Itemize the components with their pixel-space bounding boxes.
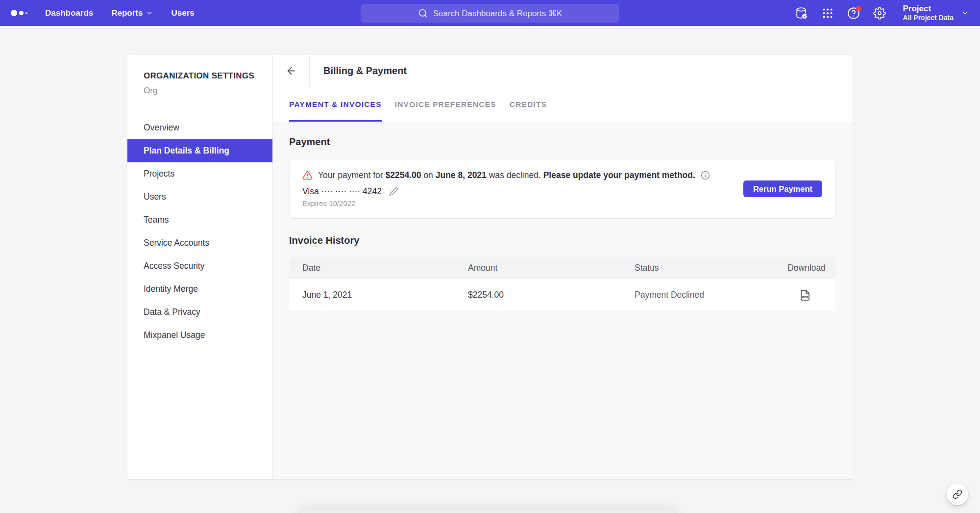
svg-text:PDF: PDF	[802, 295, 808, 299]
nav-reports[interactable]: Reports	[111, 8, 153, 18]
sidebar-item-data-privacy[interactable]: Data & Privacy	[127, 301, 272, 324]
billing-pane: Billing & Payment PAYMENT & INVOICES INV…	[273, 55, 853, 479]
search-input[interactable]: Search Dashboards & Reports ⌘K	[361, 4, 619, 23]
logo-dot	[25, 12, 27, 14]
card-summary: Visa ···· ···· ···· 4242	[302, 186, 382, 197]
chevron-down-icon	[961, 9, 969, 17]
tab-invoice-preferences[interactable]: INVOICE PREFERENCES	[395, 87, 496, 122]
invoice-date: June 1, 2021	[302, 290, 468, 300]
billing-tabs: PAYMENT & INVOICES INVOICE PREFERENCES C…	[273, 87, 853, 122]
pdf-download-icon[interactable]: PDF	[799, 289, 811, 302]
org-name: Org	[144, 86, 272, 96]
org-settings-sidebar: ORGANIZATION SETTINGS Org Overview Plan …	[127, 55, 273, 479]
invoice-history-title: Invoice History	[289, 235, 835, 246]
billing-content: Payment Your payment for $2254.00 on Jun…	[273, 122, 853, 479]
link-icon	[953, 489, 962, 499]
warning-triangle-icon	[302, 170, 313, 180]
share-link-button[interactable]	[947, 484, 968, 505]
alert-message: Your payment for $2254.00 on June 8, 202…	[318, 170, 695, 180]
data-management-icon[interactable]	[795, 7, 808, 20]
payment-details: Your payment for $2254.00 on June 8, 202…	[302, 170, 710, 207]
payment-card: Your payment for $2254.00 on June 8, 202…	[289, 159, 835, 219]
chevron-down-icon	[146, 10, 153, 17]
primary-nav: Dashboards Reports Users	[45, 8, 195, 18]
sidebar-nav: Overview Plan Details & Billing Projects…	[127, 116, 272, 347]
column-header-download: Download	[782, 263, 826, 273]
column-header-status: Status	[635, 263, 782, 273]
card-summary-row: Visa ···· ···· ···· 4242	[302, 186, 710, 197]
sidebar-item-teams[interactable]: Teams	[127, 208, 272, 231]
bottom-sheet-shadow	[300, 510, 675, 513]
apps-grid-icon[interactable]	[821, 7, 834, 20]
sidebar-title: ORGANIZATION SETTINGS	[144, 71, 272, 81]
card-expiry: Expires 10/2022	[302, 199, 710, 207]
navbar-right-cluster: Project All Project Data	[795, 4, 969, 22]
nav-users[interactable]: Users	[171, 8, 194, 18]
tab-credits[interactable]: CREDITS	[510, 87, 547, 122]
arrow-left-icon	[286, 65, 297, 77]
payment-section-title: Payment	[289, 136, 835, 148]
nav-reports-label: Reports	[111, 8, 143, 18]
edit-card-icon[interactable]	[389, 187, 398, 196]
project-value: All Project Data	[903, 14, 954, 22]
org-settings-panel: ORGANIZATION SETTINGS Org Overview Plan …	[127, 55, 853, 479]
sidebar-item-users[interactable]: Users	[127, 185, 272, 208]
mixpanel-logo[interactable]	[11, 10, 32, 16]
sidebar-item-mixpanel-usage[interactable]: Mixpanel Usage	[127, 324, 272, 347]
top-navbar: Dashboards Reports Users Search Dashboar…	[0, 0, 980, 26]
search-icon	[418, 8, 428, 18]
project-switcher[interactable]: Project All Project Data	[903, 4, 969, 22]
help-icon[interactable]	[847, 7, 860, 20]
payment-declined-alert: Your payment for $2254.00 on June 8, 202…	[302, 170, 710, 180]
invoice-status: Payment Declined	[635, 290, 782, 300]
nav-dashboards[interactable]: Dashboards	[45, 8, 93, 18]
sidebar-item-plan-details-billing[interactable]: Plan Details & Billing	[127, 139, 272, 162]
search-placeholder: Search Dashboards & Reports ⌘K	[433, 8, 563, 19]
sidebar-item-identity-merge[interactable]: Identity Merge	[127, 278, 272, 301]
notification-badge	[856, 6, 861, 11]
settings-gear-icon[interactable]	[873, 7, 886, 20]
column-header-date: Date	[302, 263, 468, 273]
logo-dot	[19, 11, 24, 15]
project-label: Project	[903, 4, 954, 14]
invoice-row: June 1, 2021 $2254.00 Payment Declined P…	[289, 279, 835, 311]
sidebar-item-projects[interactable]: Projects	[127, 162, 272, 185]
back-button[interactable]	[273, 55, 310, 87]
sidebar-item-overview[interactable]: Overview	[127, 116, 272, 139]
info-icon[interactable]	[701, 171, 710, 180]
page-title: Billing & Payment	[323, 65, 407, 77]
rerun-payment-button[interactable]: Rerun Payment	[743, 180, 822, 197]
invoice-amount: $2254.00	[468, 290, 635, 300]
sidebar-item-access-security[interactable]: Access Security	[127, 255, 272, 278]
invoice-table-header: Date Amount Status Download	[289, 257, 835, 279]
tab-payment-invoices[interactable]: PAYMENT & INVOICES	[289, 87, 382, 122]
column-header-amount: Amount	[468, 263, 635, 273]
pane-header: Billing & Payment	[273, 55, 853, 87]
invoice-table: Date Amount Status Download June 1, 2021…	[289, 257, 835, 311]
logo-dot	[11, 10, 17, 16]
sidebar-item-service-accounts[interactable]: Service Accounts	[127, 231, 272, 255]
